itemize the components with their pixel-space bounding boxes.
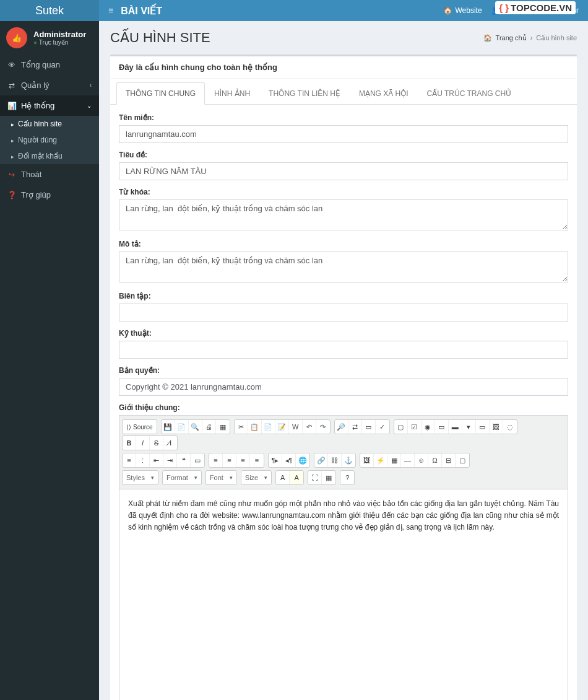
source-button[interactable]: ⟨⟩ Source	[123, 420, 157, 434]
find-icon[interactable]: 🔎	[335, 420, 348, 434]
indent-icon[interactable]: ⇥	[163, 453, 177, 467]
editor-input[interactable]	[119, 304, 568, 322]
user-status: ● Trực tuyến	[33, 39, 86, 46]
aligncenter-icon[interactable]: ≡	[223, 453, 236, 467]
strike-icon[interactable]: S	[150, 436, 163, 450]
submenu-site-config[interactable]: ▸Cấu hình site	[0, 116, 99, 132]
image-icon[interactable]: 🖼	[360, 453, 374, 467]
select-icon[interactable]: ▾	[462, 420, 476, 434]
website-link[interactable]: 🏠Website	[443, 6, 482, 15]
anchor-icon[interactable]: ⚓	[342, 453, 355, 467]
language-icon[interactable]: 🌐	[296, 453, 309, 467]
tab-contact[interactable]: THÔNG TIN LIÊN HỆ	[259, 82, 350, 105]
cut-icon[interactable]: ✂	[235, 420, 248, 434]
checkbox-icon[interactable]: ☑	[408, 420, 422, 434]
showblocks-icon[interactable]: ▦	[322, 471, 335, 484]
textarea-icon[interactable]: ▬	[449, 420, 462, 434]
tab-image[interactable]: HÌNH ẢNH	[205, 82, 259, 105]
domain-input[interactable]	[119, 125, 568, 143]
bold-icon[interactable]: B	[123, 436, 136, 450]
iframe-icon[interactable]: ▢	[456, 453, 469, 467]
unlink-icon[interactable]: ⛓	[328, 453, 342, 467]
format-select[interactable]: Format	[162, 470, 202, 485]
selectall-icon[interactable]: ▭	[362, 420, 376, 434]
pagebreak-icon[interactable]: ⊟	[442, 453, 456, 467]
paste-icon[interactable]: 📄	[262, 420, 275, 434]
textcolor-icon[interactable]: A	[276, 471, 290, 484]
replace-icon[interactable]: ⇄	[348, 420, 362, 434]
bgcolor-icon[interactable]: A	[290, 471, 303, 484]
bulletlist-icon[interactable]: ⋮	[136, 453, 150, 467]
tech-input[interactable]	[119, 341, 568, 359]
redo-icon[interactable]: ↷	[316, 420, 330, 434]
menu-toggle-icon[interactable]: ≡	[108, 6, 113, 15]
flash-icon[interactable]: ⚡	[374, 453, 387, 467]
maximize-icon[interactable]: ⛶	[308, 471, 322, 484]
outdent-icon[interactable]: ⇤	[150, 453, 163, 467]
blockquote-icon[interactable]: ❝	[177, 453, 191, 467]
help-icon: ❓	[7, 191, 16, 199]
alignleft-icon[interactable]: ≡	[209, 453, 223, 467]
tab-structure[interactable]: CẤU TRÚC TRANG CHỦ	[418, 82, 521, 105]
submenu-users[interactable]: ▸Người dùng	[0, 132, 99, 148]
alignright-icon[interactable]: ≡	[236, 453, 250, 467]
sidebar-item-manage[interactable]: ⇄Quản lý‹	[0, 75, 99, 95]
spellcheck-icon[interactable]: ✓	[376, 420, 389, 434]
logo[interactable]: Sutek	[0, 0, 99, 21]
hidden-icon[interactable]: ◌	[503, 420, 517, 434]
print-icon[interactable]: 🖨	[202, 420, 216, 434]
undo-icon[interactable]: ↶	[303, 420, 316, 434]
copyright-input[interactable]	[119, 378, 568, 396]
desc-label: Mô tả:	[119, 240, 568, 248]
keyword-label: Từ khóa:	[119, 188, 568, 196]
about-icon[interactable]: ?	[340, 471, 354, 484]
font-select[interactable]: Font	[205, 470, 237, 485]
sidebar-item-system[interactable]: 📊Hệ thống⌄	[0, 95, 99, 116]
smiley-icon[interactable]: ☺	[415, 453, 428, 467]
styles-select[interactable]: Styles	[122, 470, 158, 485]
exchange-icon: ⇄	[7, 81, 16, 90]
link-icon[interactable]: 🔗	[314, 453, 328, 467]
size-select[interactable]: Size	[241, 470, 272, 485]
div-icon[interactable]: ▭	[191, 453, 204, 467]
ltr-icon[interactable]: ¶▸	[269, 453, 282, 467]
caret-icon: ▸	[11, 121, 14, 128]
save-icon[interactable]: 💾	[162, 420, 175, 434]
template-icon[interactable]: ▦	[216, 420, 230, 434]
newpage-icon[interactable]: 📄	[175, 420, 189, 434]
desc-input[interactable]: Lan rừng, lan đột biến, kỹ thuật trồng v…	[119, 252, 568, 282]
image-btn-icon[interactable]: 🖼	[490, 420, 503, 434]
textfield-icon[interactable]: ▭	[435, 420, 449, 434]
title-input[interactable]	[119, 162, 568, 180]
sidebar-item-overview[interactable]: 👁Tổng quan	[0, 55, 99, 75]
editor-body[interactable]: Xuất phát từ niềm đam mê cũng như muốn g…	[119, 489, 568, 700]
sidebar-item-logout[interactable]: ↪Thoát	[0, 164, 99, 185]
avatar: 👍	[6, 27, 27, 48]
keyword-input[interactable]: Lan rừng, lan đột biến, kỹ thuật trồng v…	[119, 199, 568, 230]
breadcrumb-home[interactable]: Trang chủ	[496, 34, 527, 42]
tab-social[interactable]: MẠNG XÃ HỘI	[350, 82, 418, 105]
hr-icon[interactable]: —	[401, 453, 415, 467]
caret-icon: ▸	[11, 154, 14, 160]
italic-icon[interactable]: I	[136, 436, 150, 450]
breadcrumb: 🏠 Trang chủ › Cấu hình site	[483, 34, 577, 42]
specialchar-icon[interactable]: Ω	[428, 453, 442, 467]
table-icon[interactable]: ▦	[387, 453, 401, 467]
tab-general[interactable]: THÔNG TIN CHUNG	[116, 82, 205, 105]
title-label: Tiêu đề:	[119, 151, 568, 159]
radio-icon[interactable]: ◉	[422, 420, 435, 434]
submenu-change-password[interactable]: ▸Đổi mật khẩu	[0, 148, 99, 164]
paste-word-icon[interactable]: W	[289, 420, 303, 434]
rtl-icon[interactable]: ◂¶	[282, 453, 296, 467]
button-icon[interactable]: ▭	[476, 420, 490, 434]
numberlist-icon[interactable]: ≡	[123, 453, 136, 467]
form-icon[interactable]: ▢	[394, 420, 408, 434]
removeformat-icon[interactable]: I̸	[163, 436, 177, 450]
copy-icon[interactable]: 📋	[248, 420, 262, 434]
sidebar-item-help[interactable]: ❓Trợ giúp	[0, 185, 99, 205]
copyright-label: Bản quyền:	[119, 366, 568, 375]
chevron-down-icon: ⌄	[87, 102, 92, 109]
paste-text-icon[interactable]: 📝	[275, 420, 289, 434]
justify-icon[interactable]: ≡	[250, 453, 264, 467]
preview-icon[interactable]: 🔍	[189, 420, 202, 434]
